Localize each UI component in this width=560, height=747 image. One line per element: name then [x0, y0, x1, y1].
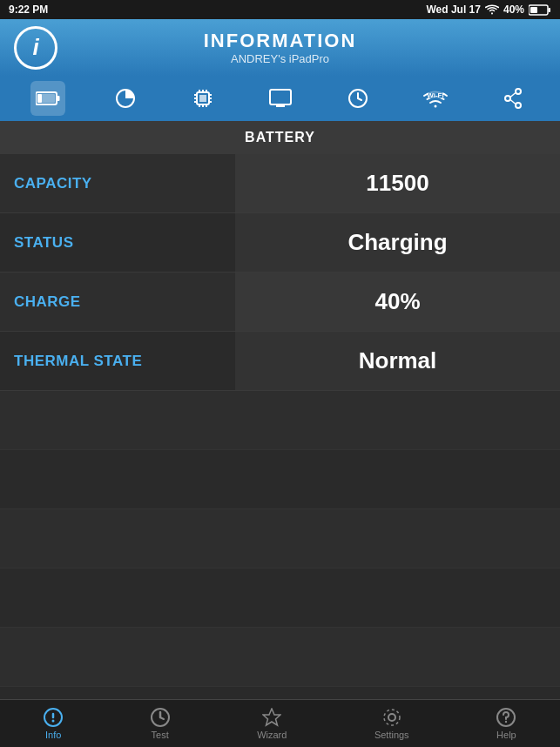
status-icons: Wed Jul 17 40% — [427, 3, 552, 16]
content-area: BATTERY CAPACITY 11500 STATUS Charging C… — [0, 121, 560, 699]
tab-bar: Wi-Fi — [0, 76, 560, 121]
charge-value: 40% — [235, 273, 560, 331]
empty-row — [0, 569, 560, 628]
app-title: INFORMATION — [57, 30, 503, 52]
svg-line-28 — [358, 98, 361, 100]
charge-label: CHARGE — [0, 273, 235, 331]
battery-status-icon — [529, 4, 551, 16]
svg-line-36 — [510, 100, 516, 104]
svg-line-42 — [160, 717, 164, 719]
status-bar: 9:22 PM Wed Jul 17 40% — [0, 0, 560, 19]
nav-help-label: Help — [496, 730, 516, 740]
tab-wifi[interactable]: Wi-Fi — [418, 81, 453, 116]
header-center: INFORMATION ANDREY's iPadPro — [57, 30, 503, 65]
app-header: i INFORMATION ANDREY's iPadPro — [0, 19, 560, 76]
svg-rect-23 — [270, 90, 291, 104]
svg-point-33 — [505, 96, 510, 101]
svg-text:Wi-Fi: Wi-Fi — [427, 91, 443, 99]
nav-wizard[interactable]: Wizard — [257, 708, 287, 740]
nav-help[interactable]: Help — [496, 708, 516, 740]
wifi-status-icon — [485, 4, 499, 15]
tab-battery[interactable] — [30, 81, 65, 116]
thermal-value: Normal — [235, 332, 560, 390]
nav-wizard-label: Wizard — [257, 730, 287, 740]
empty-row — [0, 450, 560, 509]
tab-cpu[interactable] — [186, 81, 220, 116]
svg-rect-2 — [530, 7, 537, 13]
empty-row — [0, 687, 560, 699]
nav-test-label: Test — [152, 730, 169, 740]
info-nav-icon — [44, 708, 63, 727]
svg-point-47 — [505, 720, 507, 722]
svg-point-44 — [388, 714, 395, 721]
empty-row — [0, 509, 560, 569]
nav-info-label: Info — [45, 730, 61, 740]
test-nav-icon — [151, 708, 170, 727]
status-date: Wed Jul 17 — [427, 3, 481, 16]
nav-settings-label: Settings — [374, 730, 409, 740]
svg-rect-3 — [549, 8, 551, 12]
thermal-label: THERMAL STATE — [0, 332, 235, 390]
capacity-value: 11500 — [235, 154, 560, 212]
tab-share[interactable] — [496, 81, 530, 116]
status-time: 9:22 PM — [9, 3, 48, 16]
svg-point-45 — [384, 710, 400, 725]
nav-settings[interactable]: Settings — [374, 708, 409, 740]
capacity-label: CAPACITY — [0, 154, 235, 212]
table-row: CHARGE 40% — [0, 273, 560, 332]
tab-pie[interactable] — [108, 81, 143, 116]
svg-line-35 — [510, 93, 516, 98]
status-value: Charging — [235, 213, 560, 272]
svg-point-29 — [434, 105, 436, 108]
svg-rect-7 — [57, 96, 59, 101]
svg-rect-10 — [199, 95, 206, 102]
app-logo: i — [14, 26, 57, 70]
table-row: STATUS Charging — [0, 213, 560, 273]
battery-percent: 40% — [503, 3, 524, 16]
empty-rows — [0, 391, 560, 699]
empty-row — [0, 628, 560, 687]
tab-history[interactable] — [341, 81, 375, 116]
nav-info[interactable]: Info — [44, 708, 63, 740]
status-label: STATUS — [0, 213, 235, 272]
section-title: BATTERY — [0, 121, 560, 154]
wizard-nav-icon — [262, 708, 281, 727]
table-row: THERMAL STATE Normal — [0, 332, 560, 391]
table-row: CAPACITY 11500 — [0, 154, 560, 213]
svg-marker-43 — [263, 709, 280, 725]
empty-row — [0, 391, 560, 450]
svg-point-39 — [52, 719, 55, 722]
svg-point-32 — [516, 89, 521, 94]
svg-point-0 — [491, 13, 493, 15]
tab-screen[interactable] — [263, 81, 298, 116]
nav-test[interactable]: Test — [151, 708, 170, 740]
battery-table: CAPACITY 11500 STATUS Charging CHARGE 40… — [0, 154, 560, 391]
device-name: ANDREY's iPadPro — [57, 52, 503, 65]
bottom-nav: Info Test Wizard Settings Help — [0, 699, 560, 747]
help-nav-icon — [496, 708, 516, 727]
svg-point-34 — [516, 103, 521, 108]
svg-rect-6 — [37, 94, 42, 103]
settings-nav-icon — [382, 708, 401, 727]
